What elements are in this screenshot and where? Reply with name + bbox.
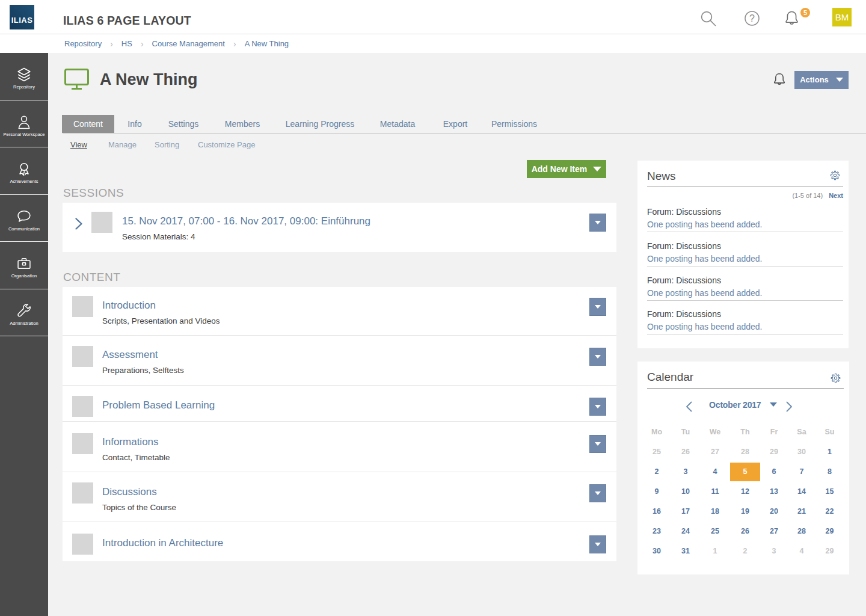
- svg-text:?: ?: [749, 13, 755, 23]
